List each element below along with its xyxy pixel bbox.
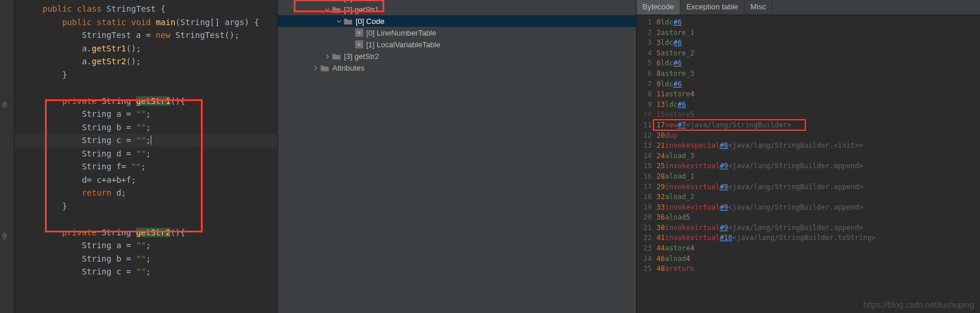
bytecode-line-number: 20 bbox=[640, 213, 652, 223]
bytecode-row[interactable]: 811 astore 4 bbox=[637, 89, 980, 100]
chevron-down-icon[interactable] bbox=[335, 18, 342, 25]
bytecode-row[interactable]: 1729 invokevirtual #9 <java/lang/StringB… bbox=[637, 182, 980, 193]
bytecode-ref-link[interactable]: #6 bbox=[673, 79, 682, 90]
bytecode-row[interactable]: 2138 invokevirtual #9 <java/lang/StringB… bbox=[637, 223, 980, 234]
bytecode-row[interactable]: 1832 aload_2 bbox=[637, 192, 980, 203]
bytecode-opcode: ldc bbox=[665, 100, 677, 110]
bytecode-row[interactable]: 1424 aload_3 bbox=[637, 151, 980, 162]
bytecode-opcode: astore_3 bbox=[661, 69, 694, 79]
bytecode-ref-link[interactable]: #9 bbox=[720, 182, 728, 193]
bytecode-arg: 5 bbox=[690, 110, 694, 120]
structure-tree[interactable]: [1] main[2] getStr1[0] Code≡[0] LineNumb… bbox=[277, 0, 637, 313]
folder-icon bbox=[332, 5, 341, 13]
code-line[interactable]: a.getStr1(); bbox=[15, 42, 277, 55]
bytecode-ref-link[interactable]: #9 bbox=[720, 223, 728, 234]
chevron-right-icon[interactable] bbox=[312, 64, 319, 71]
tree-item-label: [0] LineNumberTable bbox=[366, 29, 436, 37]
tree-item[interactable]: ≡[0] LineNumberTable bbox=[278, 27, 636, 39]
code-line[interactable]: String c = ""; bbox=[15, 134, 277, 147]
bytecode-row[interactable]: 56 ldc #6 bbox=[637, 58, 980, 69]
bytecode-ref-link[interactable]: #6 bbox=[673, 18, 682, 28]
bytecode-row[interactable]: 2036 aload 5 bbox=[637, 213, 980, 223]
bytecode-row[interactable]: 1321 invokespecial #8 <java/lang/StringB… bbox=[637, 141, 980, 151]
bytecode-row[interactable]: 1015 astore 5 bbox=[637, 110, 980, 120]
bytecode-ref-link[interactable]: #6 bbox=[673, 58, 682, 69]
bytecode-row[interactable]: 2344 astore 4 bbox=[637, 244, 980, 254]
bytecode-line-number: 10 bbox=[640, 110, 652, 120]
tree-item[interactable]: ≡[1] LocalVariableTable bbox=[278, 39, 636, 50]
code-line[interactable]: public class StringTest { bbox=[15, 2, 277, 16]
code-line[interactable]: private String getStr2(){ bbox=[15, 226, 277, 239]
code-line[interactable]: public static void main(String[] args) { bbox=[15, 16, 277, 29]
chevron-right-icon[interactable] bbox=[324, 53, 331, 60]
code-line[interactable]: d= c+a+b+f; bbox=[15, 173, 277, 187]
bytecode-opcode: astore_1 bbox=[661, 28, 694, 39]
tab-bytecode[interactable]: Bytecode bbox=[637, 0, 680, 15]
bytecode-ref-link[interactable]: #7 bbox=[677, 120, 686, 131]
bytecode-opcode: astore bbox=[665, 110, 690, 120]
code-line[interactable]: return d; bbox=[15, 186, 277, 200]
tree-item[interactable]: [2] getStr1 bbox=[278, 4, 636, 15]
bytecode-row[interactable]: 22 astore_1 bbox=[637, 28, 980, 39]
folder-icon bbox=[343, 17, 353, 25]
tree-item[interactable]: Attributes bbox=[278, 62, 636, 74]
code-line[interactable] bbox=[15, 213, 277, 226]
bytecode-row[interactable]: 33 ldc #6 bbox=[637, 38, 980, 48]
chevron-down-icon[interactable] bbox=[324, 6, 331, 13]
bytecode-ref-link[interactable]: #8 bbox=[720, 141, 728, 151]
bytecode-row[interactable]: 10 ldc #6 bbox=[637, 18, 980, 28]
chevron-down-icon[interactable] bbox=[324, 0, 331, 1]
code-line[interactable] bbox=[15, 81, 277, 95]
bytecode-line-number: 15 bbox=[640, 161, 652, 172]
bytecode-line-number: 8 bbox=[640, 89, 652, 100]
bytecode-opcode: invokevirtual bbox=[665, 161, 720, 172]
code-line[interactable]: StringTest a = new StringTest(); bbox=[15, 29, 277, 42]
bytecode-row[interactable]: 2548 areturn bbox=[637, 264, 980, 274]
tree-item[interactable]: [0] Code bbox=[278, 15, 636, 27]
bytecode-row[interactable]: 1628 aload_1 bbox=[637, 172, 980, 182]
bytecode-line-number: 25 bbox=[640, 264, 652, 274]
bytecode-row[interactable]: 2241 invokevirtual #10 <java/lang/String… bbox=[637, 233, 980, 244]
bytecode-ref-link[interactable]: #9 bbox=[720, 203, 728, 213]
tab-misc[interactable]: Misc bbox=[745, 0, 773, 15]
code-line[interactable]: String f= ""; bbox=[15, 160, 277, 173]
code-line[interactable]: String a = ""; bbox=[15, 239, 277, 252]
bytecode-row[interactable]: 2446 aload 4 bbox=[637, 254, 980, 265]
code-line[interactable]: } bbox=[15, 68, 277, 82]
bytecode-opcode: areturn bbox=[665, 264, 694, 274]
code-line[interactable]: private String getStr1(){ bbox=[15, 95, 277, 108]
bytecode-offset: 21 bbox=[656, 141, 665, 151]
code-line[interactable]: String b = ""; bbox=[15, 121, 277, 134]
bytecode-row[interactable]: 1220 dup bbox=[637, 131, 980, 141]
code-line[interactable]: } bbox=[15, 200, 277, 213]
bytecode-offset: 46 bbox=[656, 254, 665, 265]
bytecode-row[interactable]: 68 astore_3 bbox=[637, 69, 980, 79]
bytecode-line-number: 1 bbox=[640, 18, 652, 28]
bytecode-panel: BytecodeException tableMisc 10 ldc #622 … bbox=[637, 0, 980, 313]
bytecode-opcode: invokevirtual bbox=[665, 182, 720, 193]
bytecode-row[interactable]: 45 astore_2 bbox=[637, 48, 980, 59]
bytecode-ref-link[interactable]: #10 bbox=[720, 233, 732, 244]
code-line[interactable]: String b = ""; bbox=[15, 252, 277, 266]
bytecode-row[interactable]: 1117 new #7 <java/lang/StringBuilder> bbox=[637, 120, 980, 131]
code-line[interactable]: String d = ""; bbox=[15, 147, 277, 161]
bytecode-ref-link[interactable]: #6 bbox=[677, 100, 686, 110]
bytecode-offset: 13 bbox=[656, 100, 665, 110]
bytecode-row[interactable]: 1933 invokevirtual #9 <java/lang/StringB… bbox=[637, 203, 980, 213]
code-line[interactable]: a.getStr2(); bbox=[15, 55, 277, 68]
bytecode-row[interactable]: 79 ldc #6 bbox=[637, 79, 980, 90]
tree-item[interactable]: [3] getStr2 bbox=[278, 50, 636, 62]
bytecode-row[interactable]: 913 ldc #6 bbox=[637, 100, 980, 110]
bytecode-offset: 9 bbox=[656, 79, 661, 90]
bytecode-ref-link[interactable]: #6 bbox=[673, 38, 682, 48]
code-line[interactable]: String c = ""; bbox=[15, 265, 277, 279]
bytecode-line-number: 11 bbox=[640, 120, 652, 131]
code-line[interactable]: String a = ""; bbox=[15, 107, 277, 121]
bytecode-opcode: aload bbox=[665, 213, 686, 223]
tab-exception-table[interactable]: Exception table bbox=[680, 0, 745, 15]
bytecode-row[interactable]: 1525 invokevirtual #9 <java/lang/StringB… bbox=[637, 161, 980, 172]
bytecode-list[interactable]: 10 ldc #622 astore_133 ldc #645 astore_2… bbox=[637, 15, 980, 313]
bytecode-opcode: aload bbox=[665, 254, 686, 265]
code-editor[interactable]: public class StringTest { public static … bbox=[15, 0, 277, 313]
bytecode-ref-link[interactable]: #9 bbox=[720, 161, 728, 172]
